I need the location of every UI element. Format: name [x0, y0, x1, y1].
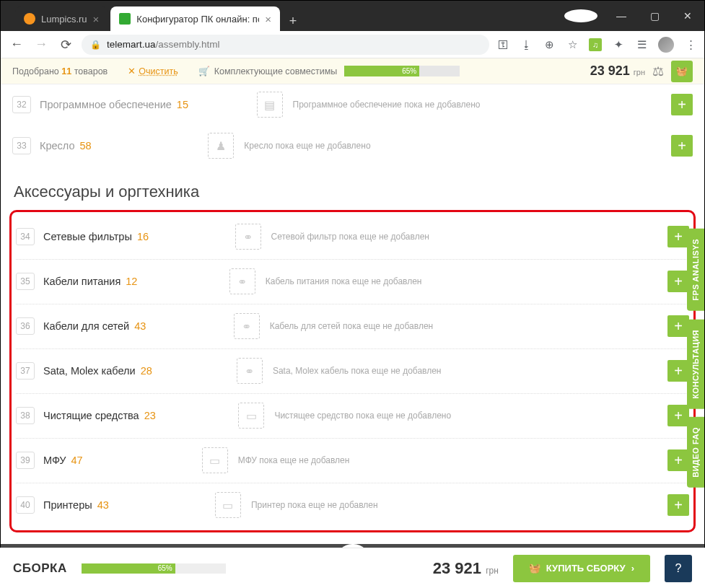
- url-domain: telemart.ua: [107, 39, 156, 50]
- row-placeholder-icon: ▭: [202, 447, 228, 473]
- row-count: 58: [77, 140, 92, 152]
- star-icon[interactable]: ☆: [566, 38, 579, 51]
- add-button[interactable]: +: [667, 405, 689, 426]
- tab-close-icon[interactable]: ×: [93, 13, 100, 25]
- sidetab-consult[interactable]: КОНСУЛЬТАЦИЯ: [687, 320, 704, 409]
- tab-active[interactable]: Конфигуратор ПК онлайн: подб ×: [110, 6, 280, 31]
- add-button[interactable]: +: [667, 449, 689, 471]
- tab-close-icon[interactable]: ×: [265, 13, 271, 25]
- add-button[interactable]: +: [667, 494, 689, 516]
- row-empty-message: Принтер пока еще не добавлен: [251, 500, 561, 510]
- music-ext-icon[interactable]: ♫: [589, 38, 602, 51]
- row-name[interactable]: Чистящие средства 23: [43, 410, 156, 421]
- profile-icon[interactable]: [564, 9, 597, 22]
- row-count: 28: [138, 365, 152, 377]
- add-button[interactable]: +: [667, 315, 689, 337]
- key-help-button[interactable]: ?: [665, 555, 692, 582]
- zoom-icon[interactable]: ⊕: [543, 38, 556, 51]
- row-number: 37: [16, 362, 35, 379]
- main-content: 32 Программное обеспечение 15 ▤ Программ…: [1, 84, 704, 571]
- sidetab-videofaq[interactable]: ВИДЕО FAQ: [687, 417, 704, 488]
- row-placeholder-icon: ▭: [215, 492, 241, 518]
- maximize-button[interactable]: ▢: [638, 1, 671, 31]
- reading-list-icon[interactable]: ☰: [635, 38, 648, 51]
- category-row: 36 Кабели для сетей 43 ⚭ Кабель для сете…: [12, 304, 693, 348]
- row-number: 33: [12, 137, 31, 154]
- close-button[interactable]: ✕: [671, 1, 704, 31]
- favicon-icon: [24, 13, 35, 25]
- add-button[interactable]: +: [667, 226, 689, 247]
- row-number: 35: [16, 273, 35, 290]
- back-button[interactable]: ←: [8, 36, 25, 53]
- buybar-price: 23 921 грн: [433, 559, 499, 578]
- row-count: 47: [69, 455, 83, 466]
- buybar-progress: 65%: [82, 563, 226, 574]
- row-number: 36: [16, 317, 35, 335]
- cart-compat-icon: 🛒: [198, 66, 210, 76]
- forward-button[interactable]: →: [32, 36, 50, 53]
- category-row: 38 Чистящие средства 23 ▭ Чистящее средс…: [12, 394, 693, 438]
- browser-tabs: Lumpics.ru × Конфигуратор ПК онлайн: под…: [1, 1, 303, 31]
- row-placeholder-icon: ♟: [208, 133, 234, 159]
- puzzle-icon[interactable]: ✦: [612, 38, 625, 51]
- chevron-right-icon: ›: [631, 563, 634, 574]
- picked-unit: товаров: [74, 66, 108, 76]
- category-row: 39 МФУ 47 ▭ МФУ пока еще не добавлен +: [12, 439, 693, 483]
- category-row: 33 Кресло 58 ♟ Кресло пока еще не добавл…: [1, 126, 704, 167]
- row-count: 16: [134, 231, 149, 242]
- row-placeholder-icon: ⚭: [229, 268, 255, 294]
- minimize-button[interactable]: —: [605, 1, 638, 31]
- user-avatar-icon[interactable]: [658, 37, 674, 53]
- add-button[interactable]: +: [671, 135, 693, 157]
- buy-label: КУПИТЬ СБОРКУ: [546, 563, 626, 574]
- tab-inactive[interactable]: Lumpics.ru ×: [15, 6, 108, 31]
- add-button[interactable]: +: [667, 360, 689, 382]
- extension-icons: ⚿ ⭳ ⊕ ☆ ♫ ✦ ☰ ⋮: [496, 37, 697, 53]
- url-path: /assembly.html: [156, 39, 220, 50]
- row-name[interactable]: Кабели питания 12: [43, 276, 137, 287]
- status-strip: Подобрано 11 товаров ✕ Очистить 🛒 Компле…: [1, 58, 704, 84]
- row-empty-message: Сетевой фильтр пока еще не добавлен: [271, 232, 582, 242]
- compat-label: Комплектующие совместимы: [214, 66, 338, 76]
- row-placeholder-icon: ⚭: [235, 224, 261, 250]
- row-name[interactable]: Кабели для сетей 43: [43, 320, 146, 332]
- highlighted-group: 34 Сетевые фильтры 16 ⚭ Сетевой фильтр п…: [9, 210, 696, 532]
- url-input[interactable]: 🔒 telemart.ua/assembly.html: [82, 35, 489, 55]
- strip-price: 23 921 грн: [590, 63, 645, 79]
- category-row: 34 Сетевые фильтры 16 ⚭ Сетевой фильтр п…: [12, 215, 693, 259]
- add-button[interactable]: +: [667, 271, 689, 292]
- section-title: Аксессуары и оргтехника: [1, 167, 704, 210]
- row-number: 39: [16, 452, 35, 469]
- key-icon[interactable]: ⚿: [496, 38, 509, 51]
- reload-button[interactable]: ⟳: [57, 36, 74, 53]
- row-count: 12: [123, 276, 137, 287]
- window-controls: — ▢ ✕: [564, 1, 704, 31]
- clear-icon: ✕: [128, 66, 136, 76]
- address-bar: ← → ⟳ 🔒 telemart.ua/assembly.html ⚿ ⭳ ⊕ …: [1, 31, 704, 58]
- row-name[interactable]: МФУ 47: [43, 455, 83, 466]
- install-icon[interactable]: ⭳: [520, 38, 533, 51]
- row-name[interactable]: Кресло 58: [40, 140, 92, 152]
- menu-icon[interactable]: ⋮: [684, 38, 697, 51]
- row-name[interactable]: Sata, Molex кабели 28: [43, 365, 152, 377]
- side-tabs: FPS ANALISYS КОНСУЛЬТАЦИЯ ВИДЕО FAQ: [687, 229, 704, 488]
- buy-button[interactable]: 🧺 КУПИТЬ СБОРКУ ›: [513, 555, 650, 582]
- row-name[interactable]: Сетевые фильтры 16: [43, 231, 149, 242]
- category-row: 32 Программное обеспечение 15 ▤ Программ…: [1, 84, 704, 126]
- add-button[interactable]: +: [671, 94, 693, 115]
- row-empty-message: Кабель питания пока еще не добавлен: [266, 276, 576, 286]
- row-name[interactable]: Программное обеспечение 15: [40, 99, 188, 110]
- scale-icon[interactable]: ⚖: [652, 63, 664, 79]
- row-number: 32: [12, 96, 31, 113]
- row-number: 38: [16, 407, 35, 424]
- picked-count: 11: [61, 66, 71, 76]
- sidetab-fps[interactable]: FPS ANALISYS: [687, 229, 704, 311]
- category-row: 40 Принтеры 43 ▭ Принтер пока еще не доб…: [12, 483, 693, 527]
- basket-button[interactable]: 🧺: [671, 61, 693, 82]
- row-number: 40: [16, 496, 35, 514]
- clear-link[interactable]: Очистить: [139, 66, 178, 76]
- titlebar: Lumpics.ru × Конфигуратор ПК онлайн: под…: [1, 1, 704, 31]
- row-name[interactable]: Принтеры 43: [43, 499, 109, 511]
- row-empty-message: Чистящее средство пока еще не добавлено: [274, 411, 584, 421]
- new-tab-button[interactable]: +: [283, 11, 303, 31]
